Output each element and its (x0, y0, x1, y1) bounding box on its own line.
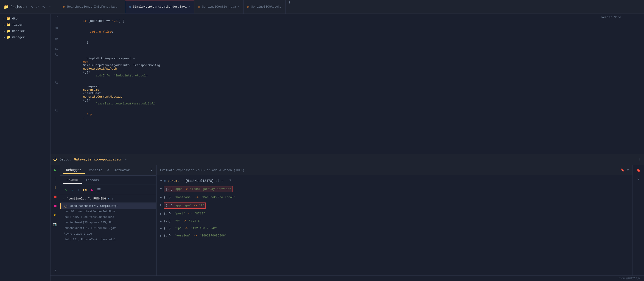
var-key: "v" (172, 219, 180, 224)
more-btn[interactable]: ⋮ (52, 267, 58, 274)
project-sidebar: ▶ 📂 dto ▶ 📂 filter ▶ 📁 handler ▶ 📁 manag… (0, 14, 50, 281)
tab-close-icon[interactable]: × (119, 5, 121, 8)
frame-item-async[interactable]: init:151, FutureTask (java util (60, 237, 156, 242)
status-bar: CSDN @寂夜了无眠 (50, 276, 644, 281)
collapse-icon[interactable]: ⤡ (42, 4, 46, 10)
minimize-icon[interactable]: — (54, 5, 56, 9)
bracket-icon: {..} (164, 234, 171, 238)
code-line-70: 70 (50, 48, 644, 53)
var-entry-app[interactable]: ▶ {..} "app" -> "local-gateway-service" (156, 184, 632, 194)
frame-label: runAndReset$$$capture:305, Fu (64, 221, 112, 224)
var-value: "8719" (194, 212, 205, 216)
var-value: "1.8.6" (189, 219, 202, 224)
debug-header: ⏻ Debug: GatewayServiceApplication × ⋮ (50, 154, 644, 165)
debug-toolbar: ↷ ↓ ↑ ⏭ ▶ ☰ (60, 185, 156, 195)
frame-item-4[interactable]: runAndReset:-1, FutureTask (jav (60, 226, 156, 231)
tab-sentinelscg[interactable]: ✉ SentinelSCGAutoCo (244, 0, 286, 14)
expand-arrow-icon: ▼ (160, 179, 162, 183)
menu-dots-icon[interactable]: ⋯ (49, 5, 51, 9)
var-entry-port[interactable]: ▶ {..} "port" -> "8719" (156, 210, 632, 218)
var-entry-hostname[interactable]: ▶ {..} "hostname" -> "MacBook-Pro.local" (156, 194, 632, 201)
debug-controls: ▶ ⏸ ⏹ ⏺ ⊙ 📷 ⋮ (50, 165, 60, 276)
frame-label: runAndReset:-1, FutureTask (jav (64, 226, 116, 230)
record-btn[interactable]: ⏺ (52, 203, 58, 209)
thread-expand-icon[interactable]: ∨ (112, 197, 113, 200)
frames-list: sendHeartbeat:74, SimpleHttpH run:91, He… (60, 202, 156, 276)
tree-item-filter[interactable]: ▶ 📂 filter (0, 22, 50, 28)
tab-debugger[interactable]: Debugger (63, 167, 85, 174)
bookmark-icon[interactable]: 🔖 (620, 168, 624, 172)
settings-icon[interactable]: ⋮ (150, 168, 154, 173)
frame-label: run:91, HeartbeatSenderInitFunc (64, 210, 116, 213)
code-line-67: 67 if (addrInfo == null) { (50, 16, 644, 26)
frame-item-3[interactable]: runAndReset$$$capture:305, Fu (60, 220, 156, 226)
run-cursor-btn[interactable]: ⏭ (82, 186, 88, 193)
tree-item-manager[interactable]: ▶ 📁 manager (0, 34, 50, 40)
tree-arrow-icon: ▶ (4, 24, 5, 26)
diamond-icon: ◆ (164, 179, 166, 183)
params-type: = {HashMap@12478} (181, 179, 214, 183)
tab-simplehttp[interactable]: ✉ SimpleHttpHeartbeatSender.java × (125, 0, 194, 14)
tree-item-label: manager (12, 36, 25, 39)
tab-heartbeatsender[interactable]: ✉ HeartbeatSenderInitFunc.java × (60, 0, 124, 14)
tree-arrow-icon: ▶ (4, 36, 5, 39)
thread-name: "sentinel...": RUNNING (66, 197, 106, 200)
pause-btn[interactable]: ⏸ (52, 184, 58, 191)
tab-actuator[interactable]: Actuator (111, 167, 133, 174)
params-header[interactable]: ▼ ◆ params = {HashMap@12478} size = 7 (156, 177, 632, 184)
step-out-btn[interactable]: ↑ (76, 187, 80, 193)
step-over-btn[interactable]: ↷ (64, 186, 68, 193)
thread-check-icon: ✓ (63, 197, 65, 200)
tab-threads[interactable]: Threads (82, 177, 102, 184)
thread-label: ✓ "sentinel...": RUNNING ▼ ∨ (60, 195, 156, 202)
resume-btn[interactable]: ▶ (52, 167, 58, 173)
var-entry-v[interactable]: ▶ {..} "v" -> "1.8.6" (156, 218, 632, 225)
project-label: Project (10, 5, 24, 9)
frame-item-0[interactable]: sendHeartbeat:74, SimpleHttpH (60, 204, 156, 209)
watch-btn[interactable]: ⊙ (52, 212, 58, 218)
eval-placeholder: Evaluate expression (⌥F8) or add a watch… (160, 168, 618, 172)
debug-more-icon[interactable]: ⋮ (638, 158, 641, 162)
bracket-icon: {..} (166, 204, 172, 208)
tab-frames[interactable]: Frames (63, 177, 82, 184)
watch-chevron-icon[interactable]: ∨ (627, 168, 629, 172)
var-key: "ip" (172, 226, 182, 231)
arrow-op: -> (193, 204, 197, 208)
frame-item-2[interactable]: call:539, Executors$RunnableAc (60, 214, 156, 220)
tab-close-icon[interactable]: × (188, 5, 190, 8)
tab-console[interactable]: Console (86, 167, 106, 174)
thread-filter-icon[interactable]: ▼ (108, 197, 110, 200)
target-icon[interactable]: ⊙ (31, 5, 33, 9)
debugger-tabs: Debugger Console ⚙ Actuator ⋮ (60, 165, 156, 176)
step-into-btn[interactable]: ↓ (70, 187, 74, 193)
var-value: "1692870635906" (200, 234, 226, 238)
project-panel[interactable]: 📁 Project ∨ ⊙ ⤢ ⤡ ⋯ — (0, 4, 60, 10)
folder-icon: 📂 (6, 23, 11, 27)
tab-close-icon[interactable]: × (238, 5, 240, 8)
var-entry-version[interactable]: ▶ {..} "version" -> "1692870635906" (156, 232, 632, 240)
frame-item-1[interactable]: run:91, HeartbeatSenderInitFunc (60, 209, 156, 214)
debug-label: Debug: (60, 158, 71, 162)
var-entry-ip[interactable]: ▶ {..} "ip" -> "192.168.7.242" (156, 225, 632, 232)
tab-sentinelconfig[interactable]: ✉ SentinelConfig.java × (194, 0, 244, 14)
chevron-down-right-icon[interactable]: ∨ (635, 176, 642, 182)
bracket-icon: {..} (164, 212, 171, 216)
var-entry-highlighted: {..} "app" -> "local-gateway-service" (164, 186, 233, 192)
reader-mode-label[interactable]: Reader Mode (601, 16, 621, 19)
camera-btn[interactable]: 📷 (52, 221, 58, 228)
expand-icon[interactable]: ⤢ (36, 4, 39, 10)
tabs-overflow-icon[interactable]: ⬇ (286, 0, 294, 14)
debug-body: ▶ ⏸ ⏹ ⏺ ⊙ 📷 ⋮ Debugger C (50, 165, 644, 276)
var-key: "app" (174, 187, 182, 192)
evaluate-btn[interactable]: ▶ (90, 186, 94, 193)
var-entry-apptype[interactable]: ▶ {..} "app_type" -> "0" (156, 201, 632, 210)
bookmark-right-icon[interactable]: 🔖 (635, 167, 642, 174)
stop-btn[interactable]: ⏹ (52, 194, 58, 200)
tree-item-label: filter (12, 23, 23, 27)
tree-item-handler[interactable]: ▶ 📁 handler (0, 28, 50, 34)
debug-close-btn[interactable]: × (125, 158, 127, 161)
more-debug-btn[interactable]: ☰ (96, 186, 102, 193)
code-line-68: 68 return false; (50, 26, 644, 37)
var-value: "0" (199, 204, 204, 208)
tree-item-dto[interactable]: ▶ 📂 dto (0, 16, 50, 22)
